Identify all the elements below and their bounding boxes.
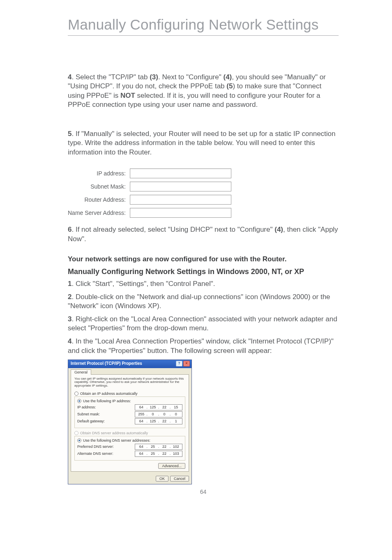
tab-general[interactable]: General (71, 369, 91, 375)
document-page: Manually Configuring Network Settings 4.… (0, 0, 392, 560)
text: . Right-click on the "Local Area Connect… (68, 315, 337, 332)
radio-use-following-ip[interactable]: Use the following IP address: (77, 399, 182, 403)
label-subnet-mask: Subnet Mask: (68, 180, 130, 193)
radio-icon (77, 438, 81, 442)
field-subnet-mask: Subnet mask: 255.0.0.0 (77, 411, 182, 417)
field-label: IP address: (77, 405, 96, 409)
input-name-server-address[interactable] (130, 208, 231, 218)
group-dns-settings: Use the following DNS server addresses: … (74, 436, 185, 461)
text: . Select the "TCP/IP" tab (71, 73, 150, 81)
subheading-windows: Manually Configuring Network Settings in… (68, 267, 339, 276)
close-button[interactable]: × (183, 361, 190, 366)
windows-step-4: 4. In the "Local Area Connection Propert… (68, 337, 339, 355)
dialog-footer: OK Cancel (68, 474, 191, 484)
group-ip-settings: Use the following IP address: IP address… (74, 396, 185, 428)
text: . Click "Start", "Settings", then "Contr… (71, 280, 215, 288)
paragraph-step-6: 6. If not already selected, select "Usin… (68, 225, 339, 244)
field-label: Preferred DNS server: (77, 445, 114, 449)
dialog-title: Internet Protocol (TCP/IP) Properties (71, 361, 142, 366)
ref-3: (3) (150, 73, 158, 81)
input-router-address[interactable] (130, 195, 231, 205)
radio-obtain-dns-auto: Obtain DNS server address automatically (74, 431, 185, 436)
label-router-address: Router Address: (68, 193, 130, 206)
radio-label: Use the following DNS server addresses: (83, 438, 150, 442)
text: . In the "Local Area Connection Properti… (68, 337, 334, 354)
field-alternate-dns: Alternate DNS server: 64.25.22.103 (77, 451, 182, 457)
radio-label: Obtain an IP address automatically (80, 392, 137, 396)
dialog-description: You can get IP settings assigned automat… (74, 377, 185, 388)
paragraph-step-5: 5. If "Manually" is selected, your Route… (68, 129, 339, 157)
input-alternate-dns[interactable]: 64.25.22.103 (135, 451, 182, 457)
dialog-titlebar: Internet Protocol (TCP/IP) Properties ? … (68, 360, 191, 368)
field-label: Alternate DNS server: (77, 452, 113, 456)
page-number: 64 (68, 489, 339, 495)
windows-step-2: 2. Double-click on the "Network and dial… (68, 293, 339, 311)
windows-step-3: 3. Right-click on the "Local Area Connec… (68, 315, 339, 333)
input-ip-address[interactable]: 64.125.22.15 (135, 404, 182, 410)
radio-icon (77, 399, 81, 403)
text: . If not already selected, select "Using… (71, 226, 274, 233)
advanced-button[interactable]: Advanced... (158, 463, 185, 469)
windows-step-1: 1. Click "Start", "Settings", then "Cont… (68, 279, 339, 288)
field-default-gateway: Default gateway: 64.125.22.1 (77, 418, 182, 424)
ref-4: (4) (274, 226, 283, 233)
radio-label: Obtain DNS server address automatically (80, 431, 148, 435)
radio-icon (74, 431, 78, 435)
text: . Next to "Configure" (158, 73, 224, 81)
field-label: Default gateway: (77, 419, 105, 423)
help-button[interactable]: ? (176, 361, 182, 366)
page-title: Manually Configuring Network Settings (68, 16, 339, 33)
paragraph-step-4: 4. Select the "TCP/IP" tab (3). Next to … (68, 73, 339, 110)
label-ip-address: IP address: (68, 167, 130, 180)
tcpip-properties-dialog: Internet Protocol (TCP/IP) Properties ? … (68, 360, 192, 484)
text: . If "Manually" is selected, your Router… (68, 130, 336, 156)
field-label: Subnet mask: (77, 412, 100, 416)
field-ip-address: IP address: 64.125.22.15 (77, 404, 182, 410)
ref-5: (5 (226, 82, 233, 90)
confirmation-line: Your network settings are now configured… (68, 255, 339, 263)
input-ip-address[interactable] (130, 168, 231, 178)
input-subnet-mask[interactable] (130, 182, 231, 191)
text: . Double-click on the "Network and dial-… (68, 293, 330, 310)
input-preferred-dns[interactable]: 64.25.22.102 (135, 444, 182, 450)
title-underline (68, 35, 339, 36)
ok-button[interactable]: OK (156, 476, 168, 482)
field-preferred-dns: Preferred DNS server: 64.25.22.102 (77, 444, 182, 450)
label-name-server-address: Name Server Address: (68, 206, 130, 219)
cancel-button[interactable]: Cancel (170, 476, 189, 482)
input-default-gateway[interactable]: 64.125.22.1 (135, 418, 182, 424)
radio-use-following-dns[interactable]: Use the following DNS server addresses: (77, 438, 182, 443)
ref-4: (4) (224, 73, 232, 81)
radio-label: Use the following IP address: (83, 399, 131, 403)
radio-icon (74, 392, 78, 396)
tab-panel-general: You can get IP settings assigned automat… (71, 374, 189, 472)
mac-network-table: IP address: Subnet Mask: Router Address:… (68, 167, 231, 219)
input-subnet-mask[interactable]: 255.0.0.0 (135, 411, 182, 417)
not-emphasis: NOT (120, 92, 135, 99)
dialog-body: General You can get IP settings assigned… (68, 368, 191, 474)
radio-obtain-ip-auto[interactable]: Obtain an IP address automatically (74, 391, 185, 396)
